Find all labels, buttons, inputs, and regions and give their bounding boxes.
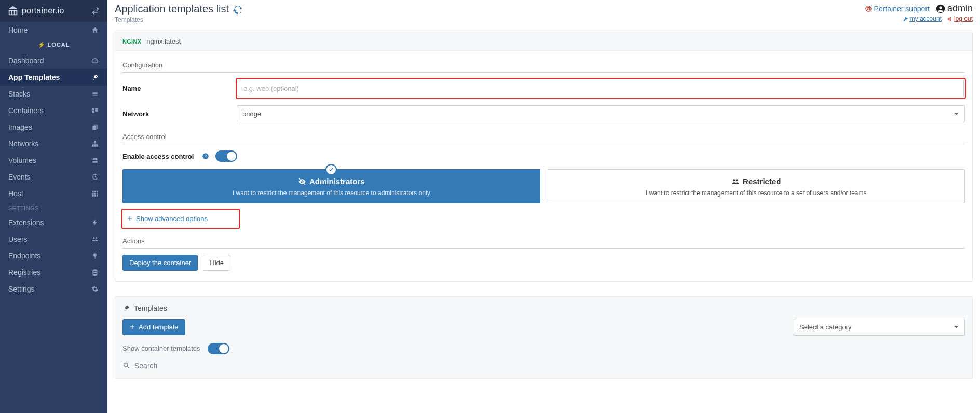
search-label: Search — [134, 362, 157, 370]
templates-panel: Templates Add template Select a category… — [115, 296, 973, 379]
sidebar-item-label: Host — [8, 189, 23, 198]
access-card-restricted[interactable]: Restricted I want to restrict the manage… — [548, 169, 965, 203]
sidebar-item-label: Settings — [8, 285, 35, 293]
sidebar-item-label: Registries — [8, 268, 40, 277]
grid-icon — [91, 189, 99, 198]
logout-label: log out — [954, 15, 973, 22]
sidebar-item-label: Home — [8, 26, 28, 34]
user-chip[interactable]: admin — [936, 3, 973, 14]
tachometer-icon — [91, 57, 99, 65]
svg-point-7 — [939, 6, 942, 9]
list-icon — [91, 90, 99, 98]
sidebar-item-events[interactable]: Events — [0, 169, 107, 185]
sidebar-item-dashboard[interactable]: Dashboard — [0, 52, 107, 69]
advanced-label: Show advanced options — [136, 215, 208, 223]
plug-icon: ⚡ — [38, 42, 46, 48]
sidebar-item-registries[interactable]: Registries — [0, 264, 107, 281]
sidebar-local: ⚡LOCAL — [0, 38, 107, 52]
sidebar-item-host[interactable]: Host — [0, 185, 107, 202]
swap-icon[interactable] — [91, 6, 100, 16]
sidebar-item-label: Volumes — [8, 156, 36, 164]
sidebar-item-volumes[interactable]: Volumes — [0, 152, 107, 169]
sidebar-item-label: Stacks — [8, 90, 30, 98]
header: Application templates list Templates Por… — [107, 0, 980, 29]
sidebar-item-networks[interactable]: Networks — [0, 135, 107, 152]
users-icon — [731, 177, 740, 186]
user-icon — [936, 4, 945, 13]
sidebar-item-label: Extensions — [8, 218, 44, 227]
hide-button[interactable]: Hide — [203, 255, 230, 271]
template-image-name: nginx:latest — [146, 37, 181, 45]
sidebar-item-label: Endpoints — [8, 252, 40, 260]
show-advanced-link[interactable]: Show advanced options — [124, 211, 211, 227]
card-restricted-title: Restricted — [743, 177, 781, 186]
users-icon — [91, 235, 99, 243]
form-row-name: Name — [122, 79, 965, 98]
check-icon — [325, 164, 337, 175]
sidebar-item-endpoints[interactable]: Endpoints — [0, 247, 107, 264]
plug2-icon — [91, 252, 99, 260]
sidebar-item-label: Dashboard — [8, 57, 44, 65]
card-admin-sub: I want to restrict the management of thi… — [128, 189, 535, 197]
access-card-administrators[interactable]: Administrators I want to restrict the ma… — [122, 169, 540, 203]
search-icon — [122, 362, 130, 369]
sidebar-item-extensions[interactable]: Extensions — [0, 214, 107, 231]
support-link[interactable]: Portainer support — [865, 5, 930, 13]
plus-icon — [127, 215, 133, 222]
sidebar-item-containers[interactable]: Containers — [0, 102, 107, 119]
section-actions: Actions — [122, 234, 965, 249]
name-input[interactable] — [238, 80, 964, 97]
breadcrumb: Templates — [115, 16, 242, 23]
sitemap-icon — [91, 140, 99, 148]
network-label: Network — [122, 110, 232, 118]
deploy-button[interactable]: Deploy the container — [122, 255, 198, 271]
sidebar-item-label: Images — [8, 123, 32, 131]
sidebar-item-images[interactable]: Images — [0, 119, 107, 135]
svg-text:?: ? — [205, 154, 207, 158]
sidebar-item-app-templates[interactable]: App Templates — [0, 69, 107, 86]
svg-rect-3 — [97, 145, 98, 146]
signout-icon — [947, 16, 952, 22]
page-title: Application templates list — [115, 3, 229, 15]
layers-icon — [91, 106, 99, 115]
main: Application templates list Templates Por… — [107, 0, 980, 413]
network-select[interactable]: bridge — [237, 105, 965, 122]
nginx-logo: NGINX — [122, 38, 141, 45]
history-icon — [91, 173, 99, 181]
rocket-icon — [122, 305, 130, 312]
plus-icon — [129, 324, 135, 330]
show-container-templates-toggle[interactable] — [208, 343, 229, 354]
enable-access-toggle[interactable] — [215, 150, 237, 162]
svg-point-10 — [124, 363, 128, 367]
category-select[interactable]: Select a category — [794, 319, 965, 336]
card-admin-title: Administrators — [309, 177, 365, 186]
add-template-label: Add template — [139, 323, 179, 331]
sidebar-item-stacks[interactable]: Stacks — [0, 86, 107, 102]
hdd-icon — [91, 156, 99, 164]
sidebar: portainer.io Home ⚡LOCAL Dashboard App T… — [0, 0, 107, 413]
refresh-icon[interactable] — [233, 5, 242, 14]
home-icon — [91, 26, 99, 34]
sidebar-item-settings[interactable]: Settings — [0, 281, 107, 297]
user-name: admin — [947, 3, 973, 14]
sidebar-item-home[interactable]: Home — [0, 22, 107, 38]
svg-rect-0 — [94, 141, 96, 142]
my-account-link[interactable]: my account — [903, 15, 942, 22]
template-image-header: NGINX nginx:latest — [115, 32, 972, 51]
support-label: Portainer support — [874, 5, 930, 13]
add-template-button[interactable]: Add template — [122, 319, 185, 335]
sidebar-item-users[interactable]: Users — [0, 231, 107, 247]
svg-rect-2 — [94, 145, 96, 146]
eye-slash-icon — [298, 177, 306, 186]
brand-link[interactable]: portainer.io — [7, 5, 64, 17]
my-account-label: my account — [910, 15, 942, 22]
template-config-panel: NGINX nginx:latest Configuration Name Ne… — [115, 32, 973, 282]
help-icon[interactable]: ? — [202, 153, 209, 160]
templates-title: Templates — [134, 304, 167, 312]
brand-text: portainer.io — [22, 6, 64, 16]
database-icon — [91, 268, 99, 277]
cogs-icon — [91, 285, 99, 293]
sidebar-settings-label: SETTINGS — [0, 202, 107, 214]
section-access: Access control — [122, 130, 965, 144]
logout-link[interactable]: log out — [947, 15, 973, 22]
